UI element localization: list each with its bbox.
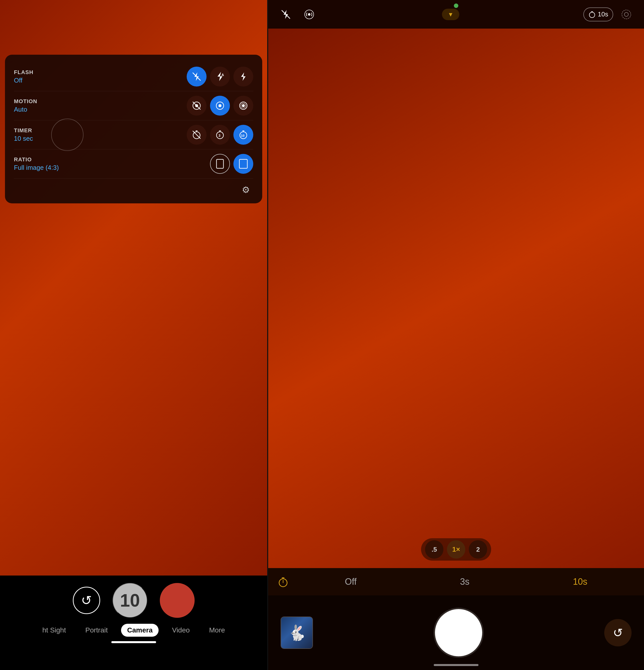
- quick-settings-panel: FLASH Off: [5, 55, 262, 203]
- timer-3s-button[interactable]: 3: [210, 125, 230, 145]
- motion-label-group: MOTION Auto: [14, 98, 187, 113]
- flash-value: Off: [14, 77, 187, 84]
- svg-point-32: [589, 12, 595, 18]
- motion-auto-button[interactable]: A: [210, 96, 230, 116]
- ratio-row: RATIO Full image (4:3): [14, 149, 253, 178]
- left-camera-panel: FLASH Off: [0, 0, 267, 670]
- flash-buttons: A: [187, 67, 253, 86]
- right-flash-off-button[interactable]: [277, 6, 295, 23]
- mode-tab-video[interactable]: Video: [166, 624, 196, 637]
- motion-action-icon: [238, 101, 248, 111]
- flash-label-group: FLASH Off: [14, 69, 187, 84]
- mode-tabs: ht Sight Portrait Camera Video More: [0, 620, 267, 639]
- zoom-05-button[interactable]: .5: [425, 540, 443, 559]
- ratio-label-group: RATIO Full image (4:3): [14, 156, 210, 172]
- flash-label: FLASH: [14, 69, 187, 76]
- svg-point-35: [622, 10, 631, 19]
- mode-tab-night-sight[interactable]: ht Sight: [36, 624, 72, 637]
- flip-icon: ↺: [81, 593, 92, 608]
- timer-row: TIMER 10 sec: [14, 120, 253, 149]
- motion-off-icon: [192, 101, 202, 111]
- svg-point-12: [242, 104, 245, 107]
- mode-tab-portrait[interactable]: Portrait: [79, 624, 113, 637]
- motion-buttons: A: [187, 96, 253, 116]
- ratio-standard-button[interactable]: [210, 154, 230, 174]
- dropdown-icon: ▾: [449, 10, 452, 18]
- zoom-controls: .5 1× 2: [421, 538, 491, 561]
- ratio-value: Full image (4:3): [14, 164, 210, 172]
- svg-rect-26: [216, 159, 224, 168]
- svg-text:A: A: [218, 104, 221, 108]
- timer-off-button[interactable]: [187, 125, 206, 145]
- svg-rect-27: [239, 159, 247, 168]
- svg-point-31: [308, 13, 310, 16]
- svg-point-36: [625, 12, 628, 16]
- ratio-buttons: [210, 154, 253, 174]
- hdr-icon: [304, 9, 314, 19]
- right-top-bar: ▾ 10s: [268, 0, 644, 29]
- right-dropdown-button[interactable]: ▾: [442, 9, 459, 20]
- right-top-right: 10s: [583, 6, 635, 23]
- thumbnail-image: 🐇: [281, 617, 312, 648]
- left-viewfinder: FLASH Off: [0, 0, 267, 576]
- zoom-1x-button[interactable]: 1×: [447, 540, 465, 559]
- motion-off-button[interactable]: [187, 96, 206, 116]
- camera-controls-row: ↺ 10: [0, 578, 267, 620]
- motion-auto-icon: A: [215, 101, 225, 111]
- shutter-button[interactable]: [160, 583, 194, 618]
- timer-option-10s[interactable]: 10s: [568, 575, 592, 589]
- countdown-text: 10: [120, 590, 140, 611]
- settings-button[interactable]: ⚙: [238, 183, 253, 197]
- timer-value: 10 sec: [14, 135, 187, 143]
- timer-option-off[interactable]: Off: [340, 575, 361, 589]
- timer-10s-icon: 10: [238, 130, 248, 140]
- mode-tab-camera[interactable]: Camera: [121, 624, 159, 637]
- right-flip-button[interactable]: ↺: [604, 619, 632, 646]
- svg-text:A: A: [222, 73, 224, 77]
- flash-auto-button[interactable]: A: [210, 67, 230, 86]
- timer-option-3s[interactable]: 3s: [455, 575, 474, 589]
- right-home-indicator: [434, 664, 479, 666]
- right-top-left-icons: [277, 6, 318, 23]
- flash-off-button[interactable]: [187, 67, 206, 86]
- motion-value: Auto: [14, 106, 187, 113]
- timer-buttons: 3 10: [187, 125, 253, 145]
- svg-marker-4: [241, 72, 245, 81]
- ratio-43-icon: [216, 159, 224, 169]
- timer-label-group: TIMER 10 sec: [14, 127, 187, 143]
- right-camera-panel: ▾ 10s: [268, 0, 644, 670]
- timer-10s-button[interactable]: 10: [233, 125, 253, 145]
- right-flip-icon: ↺: [613, 626, 623, 640]
- photo-thumbnail[interactable]: 🐇: [281, 617, 313, 649]
- countdown-button[interactable]: 10: [112, 583, 147, 618]
- ratio-full-button[interactable]: [233, 154, 253, 174]
- left-bottom-bar: ↺ 10 ht Sight Portrait Camera Video More: [0, 576, 267, 670]
- motion-row: MOTION Auto: [14, 91, 253, 120]
- flash-on-button[interactable]: [233, 67, 253, 86]
- flash-off-icon: [192, 72, 201, 81]
- mode-tab-more[interactable]: More: [203, 624, 231, 637]
- right-bottom-bar: 🐇 ↺: [268, 595, 644, 670]
- timer-badge-label: 10s: [598, 11, 608, 18]
- motion-label: MOTION: [14, 98, 187, 105]
- flash-auto-icon: A: [215, 71, 226, 82]
- zoom-2x-button[interactable]: 2: [469, 540, 487, 559]
- ratio-label: RATIO: [14, 156, 210, 163]
- timer-label: TIMER: [14, 127, 187, 134]
- green-dot: [454, 3, 458, 8]
- right-timer-badge-button[interactable]: 10s: [583, 8, 613, 22]
- svg-text:3: 3: [218, 134, 220, 137]
- right-shutter-button[interactable]: [435, 609, 482, 656]
- home-indicator: [111, 641, 156, 643]
- timer-selector-icon: [277, 576, 289, 588]
- right-motion-settings-button[interactable]: [618, 6, 635, 23]
- timer-selector-icon-button[interactable]: [273, 572, 293, 592]
- timer-options: Off 3s 10s: [293, 575, 639, 589]
- flip-camera-button[interactable]: ↺: [73, 587, 100, 614]
- right-viewfinder: .5 1× 2: [268, 29, 644, 568]
- right-flash-off-icon: [281, 9, 291, 19]
- timer-circle-visual: [51, 119, 83, 151]
- svg-point-14: [193, 132, 200, 139]
- motion-action-button[interactable]: [233, 96, 253, 116]
- right-hdr-button[interactable]: [300, 6, 318, 23]
